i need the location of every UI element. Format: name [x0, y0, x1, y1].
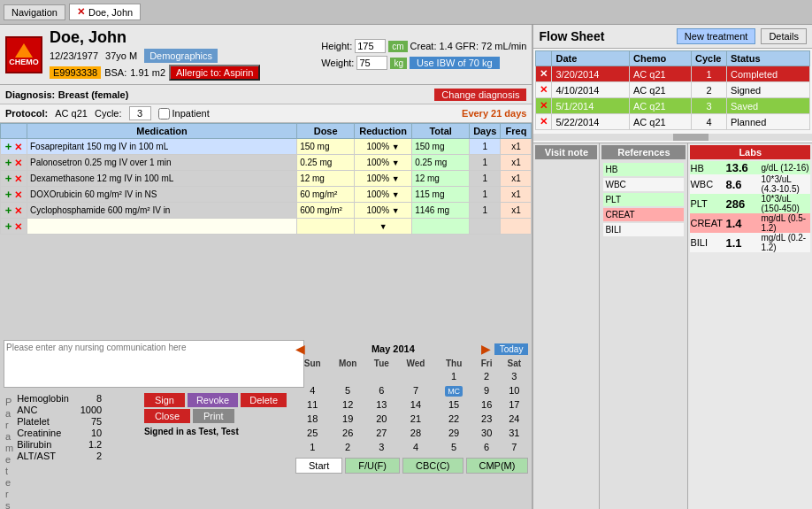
delete-row-icon[interactable]: ✕ [14, 142, 22, 152]
col-days: Days [470, 124, 501, 139]
cal-day[interactable]: 29 [434, 426, 473, 440]
cal-day[interactable]: 7 [500, 440, 528, 454]
cal-day[interactable]: 11 [295, 397, 329, 412]
flow-status: Completed [726, 66, 809, 82]
cal-day[interactable]: 26 [329, 426, 365, 440]
ref-row: HB [603, 163, 684, 176]
add-icon[interactable]: + [5, 140, 12, 153]
cal-day[interactable]: 22 [434, 412, 473, 426]
cal-day[interactable]: 18 [295, 412, 329, 426]
add-icon[interactable]: + [5, 156, 12, 169]
patient-id: E9993338 [50, 66, 101, 79]
cal-day[interactable]: 5 [329, 383, 365, 397]
cal-day[interactable]: 2 [329, 440, 365, 454]
delete-row-icon[interactable]: ✕ [14, 205, 22, 216]
weight-input[interactable] [356, 56, 387, 70]
details-button[interactable]: Details [761, 28, 807, 44]
cal-day[interactable]: 27 [366, 426, 397, 440]
flow-scrollbar[interactable] [533, 134, 812, 141]
cal-day[interactable]: 12 [329, 397, 365, 412]
navigation-tab[interactable]: Navigation [4, 4, 65, 20]
start-tab[interactable]: Start [295, 458, 342, 474]
cal-day[interactable]: 6 [366, 383, 397, 397]
delete-empty-icon[interactable]: ✕ [14, 221, 22, 232]
add-icon[interactable]: + [5, 172, 12, 185]
calendar-month: May 2014 [309, 343, 478, 354]
inpatient-checkbox[interactable] [158, 108, 170, 120]
cal-day[interactable]: 4 [397, 440, 434, 454]
cal-day[interactable]: 5 [434, 440, 473, 454]
cmp-tab[interactable]: CMP(M) [466, 458, 529, 474]
cal-day[interactable]: 7 [397, 383, 434, 397]
calendar-next-button[interactable]: ▶ [481, 342, 491, 356]
param-value: 1.2 [75, 439, 102, 450]
delete-button[interactable]: Delete [241, 393, 287, 407]
delete-row-icon[interactable]: ✕ [14, 189, 22, 200]
med-total: 115 mg [412, 187, 470, 203]
cal-day[interactable]: 13 [366, 397, 397, 412]
flow-del-icon[interactable]: ✕ [536, 66, 552, 82]
cal-day[interactable]: 30 [473, 426, 500, 440]
close-tab-icon[interactable]: ✕ [77, 6, 85, 18]
cycle-input[interactable] [129, 106, 151, 120]
delete-row-icon[interactable]: ✕ [14, 174, 22, 184]
cbc-tab[interactable]: CBC(C) [402, 458, 463, 474]
change-diagnosis-button[interactable]: Change diagnosis [434, 89, 526, 101]
delete-row-icon[interactable]: ✕ [14, 158, 22, 168]
cal-day[interactable]: 16 [473, 397, 500, 412]
cal-day[interactable]: 24 [500, 412, 528, 426]
weight-unit-btn[interactable]: kg [390, 58, 407, 69]
print-button[interactable]: Print [193, 409, 234, 423]
flow-del-icon[interactable]: ✕ [536, 98, 552, 114]
cal-day[interactable]: 1 [295, 440, 329, 454]
flow-del-icon[interactable]: ✕ [536, 82, 552, 98]
cal-day[interactable]: 3 [366, 440, 397, 454]
cal-day[interactable]: 19 [329, 412, 365, 426]
lab-row: HB 13.6 g/dL (12-16) [690, 161, 810, 174]
close-button[interactable]: Close [144, 409, 190, 423]
labs-table: HB 13.6 g/dL (12-16) WBC 8.6 10*3/uL (4.… [690, 161, 810, 252]
cal-day[interactable]: 1 [434, 369, 473, 383]
flow-status: Signed [726, 82, 809, 98]
cal-day[interactable]: 10 [500, 383, 528, 397]
ibw-button[interactable]: Use IBW of 70 kg [410, 57, 500, 69]
cal-day[interactable]: 23 [473, 412, 500, 426]
empty-reduction: ▼ [355, 219, 412, 235]
flow-status: Planned [726, 114, 809, 130]
med-total: 0.25 mg [412, 155, 470, 171]
patient-tab[interactable]: ✕ Doe, John [69, 4, 141, 20]
add-empty-icon[interactable]: + [5, 220, 12, 233]
cal-day[interactable]: 2 [473, 369, 500, 383]
calendar-section: ◀ May 2014 ▶ Today SunMonTueWedThuFriSat… [292, 338, 532, 509]
cal-day[interactable]: 6 [473, 440, 500, 454]
height-unit-btn[interactable]: cm [388, 41, 407, 52]
today-button[interactable]: Today [494, 343, 529, 355]
cal-day[interactable]: 31 [500, 426, 528, 440]
cal-day[interactable]: MC [434, 383, 473, 397]
add-icon[interactable]: + [5, 188, 12, 201]
cal-day[interactable]: 20 [366, 412, 397, 426]
cal-day[interactable]: 14 [397, 397, 434, 412]
flow-date: 4/10/2014 [552, 82, 630, 98]
cal-day[interactable]: 4 [295, 383, 329, 397]
add-icon[interactable]: + [5, 204, 12, 217]
nursing-textarea[interactable] [4, 340, 304, 388]
cal-day[interactable]: 28 [397, 426, 434, 440]
new-treatment-button[interactable]: New treatment [677, 28, 756, 44]
cal-day[interactable]: 25 [295, 426, 329, 440]
cal-day[interactable]: 15 [434, 397, 473, 412]
flow-header: Flow Sheet New treatment Details [533, 25, 812, 49]
height-input[interactable] [355, 39, 386, 53]
cal-day[interactable]: 17 [500, 397, 528, 412]
cal-day[interactable]: 9 [473, 383, 500, 397]
cal-day[interactable]: 3 [500, 369, 528, 383]
calendar-prev-button[interactable]: ◀ [295, 342, 305, 356]
flow-del-icon[interactable]: ✕ [536, 114, 552, 130]
revoke-button[interactable]: Revoke [188, 393, 238, 407]
demographics-button[interactable]: Demographics [144, 49, 218, 63]
fuf-tab[interactable]: F/U(F) [345, 458, 400, 474]
med-dose: 60 mg/m² [297, 187, 355, 203]
cal-day[interactable]: 21 [397, 412, 434, 426]
allergy-button[interactable]: Allergic to: Aspirin [169, 65, 260, 81]
sign-button[interactable]: Sign [144, 393, 185, 407]
